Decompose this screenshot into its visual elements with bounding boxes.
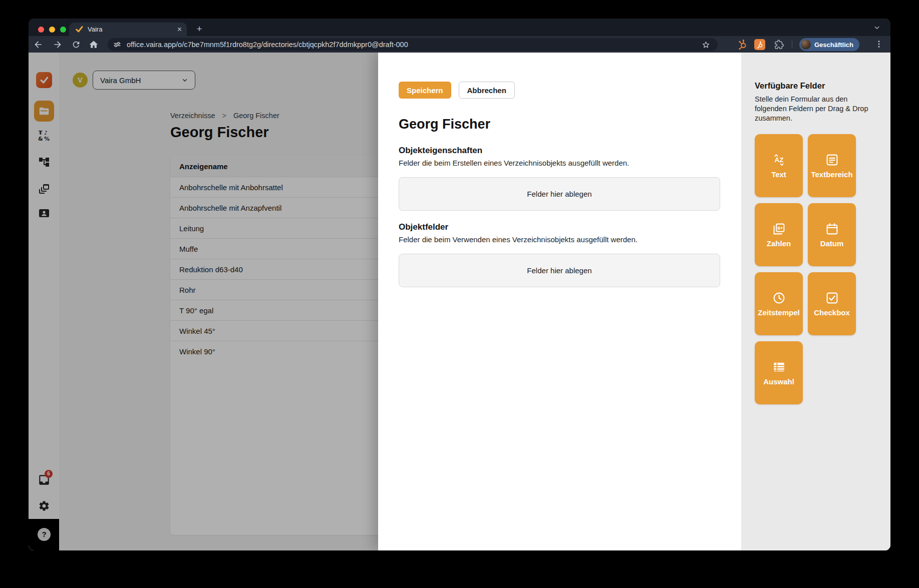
profile-avatar <box>801 40 811 50</box>
svg-text:9+: 9+ <box>777 226 783 231</box>
date-field-icon <box>825 222 839 236</box>
available-fields-panel: Verfügbare Felder Stelle dein Formular a… <box>741 53 890 550</box>
field-card-auswahl[interactable]: Auswahl <box>755 341 803 404</box>
tab-close-icon[interactable]: × <box>177 26 182 34</box>
drawer-actions: Speichern Abbrechen <box>399 82 720 99</box>
drawer-title: Georg Fischer <box>399 117 720 132</box>
fields-panel-title: Verfügbare Felder <box>755 81 878 91</box>
checkbox-field-icon <box>825 291 839 305</box>
form-editor-drawer: Speichern Abbrechen Georg Fischer Objekt… <box>378 53 741 550</box>
section-description: Felder die beim Erstellen eines Verzeich… <box>399 159 720 167</box>
profile-chip[interactable]: Geschäftlich <box>799 38 859 51</box>
dropzone-object-fields[interactable]: Felder hier ablegen <box>399 254 720 287</box>
field-card-label: Textbereich <box>811 170 852 179</box>
section-description: Felder die beim Verwenden eines Verzeich… <box>399 235 720 244</box>
reload-icon[interactable] <box>72 40 81 49</box>
field-card-datum[interactable]: Datum <box>808 203 856 266</box>
fields-panel-description: Stelle dein Formular aus den folgenden F… <box>755 95 869 123</box>
timestamp-field-icon <box>772 291 786 305</box>
select-field-icon <box>772 360 786 374</box>
toolbar-divider <box>792 41 792 49</box>
text-field-icon: AZ <box>772 153 786 167</box>
field-card-label: Text <box>771 170 786 179</box>
browser-tab[interactable]: Vaira × <box>69 23 187 36</box>
section-object-properties: Objekteigenschaften Felder die beim Erst… <box>399 146 720 211</box>
window-minimize-button[interactable] <box>49 27 55 33</box>
tab-strip: Vaira × + <box>29 19 890 36</box>
section-heading: Objekteigenschaften <box>399 146 720 156</box>
field-card-label: Auswahl <box>763 377 794 386</box>
dropzone-object-properties[interactable]: Felder hier ablegen <box>399 177 720 211</box>
field-card-label: Checkbox <box>814 308 850 317</box>
browser-window: Vaira × + office.vaira.app/o/c7be7mnm5f1… <box>29 19 890 550</box>
field-cards-grid: AZ Text Textbereich <box>755 134 878 404</box>
cancel-button[interactable]: Abbrechen <box>459 82 515 99</box>
field-card-zeitstempel[interactable]: Zeitstempel <box>755 272 803 335</box>
field-card-label: Zahlen <box>767 239 791 248</box>
svg-text:AZ: AZ <box>774 156 783 164</box>
app-viewport: Ŧ ♪ & % 6 ? V Vaira GmbH <box>29 53 890 550</box>
vaira-favicon-icon <box>75 26 83 34</box>
textarea-field-icon <box>825 153 839 167</box>
field-card-label: Datum <box>820 239 844 248</box>
address-bar[interactable]: office.vaira.app/o/c7be7mnm5f1rdro8tg2g/… <box>108 38 718 51</box>
numbers-field-icon: 9+ <box>772 222 786 236</box>
back-icon[interactable] <box>33 40 43 50</box>
section-heading: Objektfelder <box>399 222 720 232</box>
tab-title: Vaira <box>88 26 173 33</box>
field-card-label: Zeitstempel <box>758 308 799 317</box>
browser-menu-kebab-icon[interactable] <box>874 40 883 49</box>
browser-toolbar: office.vaira.app/o/c7be7mnm5f1rdro8tg2g/… <box>29 36 890 53</box>
field-card-zahlen[interactable]: 9+ Zahlen <box>755 203 803 266</box>
save-button[interactable]: Speichern <box>399 82 451 99</box>
bookmark-star-icon[interactable] <box>701 40 711 50</box>
field-card-checkbox[interactable]: Checkbox <box>808 272 856 335</box>
field-card-textbereich[interactable]: Textbereich <box>808 134 856 197</box>
field-card-text[interactable]: AZ Text <box>755 134 803 197</box>
hubspot-icon[interactable] <box>737 39 748 50</box>
extensions-puzzle-icon[interactable] <box>774 40 784 50</box>
section-object-fields: Objektfelder Felder die beim Verwenden e… <box>399 222 720 287</box>
new-tab-button[interactable]: + <box>193 23 206 36</box>
profile-name: Geschäftlich <box>814 41 853 49</box>
window-close-button[interactable] <box>38 27 44 33</box>
url-text[interactable]: office.vaira.app/o/c7be7mnm5f1rdro8tg2g/… <box>127 41 701 49</box>
tab-search-chevron-icon[interactable] <box>872 23 881 32</box>
forward-icon[interactable] <box>53 40 63 50</box>
hubspot-extension-icon[interactable] <box>754 39 765 50</box>
home-icon[interactable] <box>89 40 99 50</box>
window-zoom-button[interactable] <box>60 27 66 33</box>
site-settings-icon[interactable] <box>113 40 122 49</box>
